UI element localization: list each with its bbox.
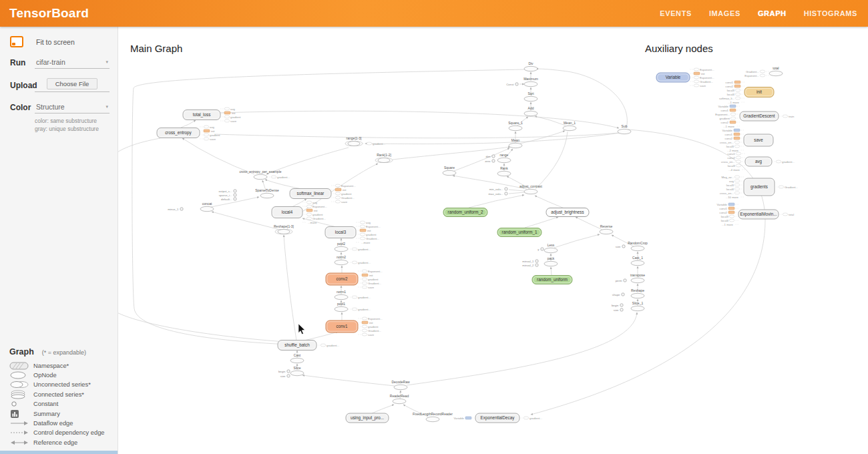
graph-node-variable[interactable]: VariableExponent...initExponent...Gradie… (656, 68, 714, 87)
op-node-less[interactable]: Less (544, 243, 558, 253)
const-node-size[interactable]: size (280, 375, 290, 378)
graph-panel: total_lossavginitgradientsavecross_entro… (118, 27, 868, 454)
op-node-sparsetodense[interactable]: SparseToDense (255, 188, 279, 198)
op-node-norm1[interactable]: norm1gradient... (335, 290, 371, 300)
const-node-begin[interactable]: begin (278, 370, 290, 373)
svg-text:SparseToDense: SparseToDense (255, 188, 279, 192)
const-node-minval-2[interactable]: minval_2 (522, 264, 538, 267)
op-node-norm2[interactable]: norm2gradient... (335, 255, 371, 265)
graph-node-adjust_brightness[interactable]: adjust_brightness (546, 208, 589, 217)
svg-text:size: size (616, 245, 621, 248)
graph-node-avg[interactable]: avggradient...conv1conv2cross_en...local… (721, 152, 795, 172)
op-node-total[interactable]: totalGradient...Exponent... (744, 66, 783, 77)
choose-file-button[interactable]: Choose File (47, 78, 98, 89)
graph-node-save[interactable]: saveVariableconv1conv2cross_en...local3.… (720, 129, 773, 152)
graph-node-init[interactable]: initconv1conv2local3local4softmax_li....… (719, 81, 774, 104)
op-node-sqrt[interactable]: Sqrt (524, 91, 537, 101)
svg-text:Gradient...: Gradient... (312, 217, 326, 220)
svg-text:avg: avg (210, 126, 215, 129)
op-node-cross_entropy_per_example[interactable]: cross_entropy_per_examplegradient... (239, 170, 290, 180)
graph-node-using_input[interactable]: using_input_pro... (346, 413, 389, 423)
op-node-maximum[interactable]: Maximum (523, 77, 538, 87)
op-node-fixedlengthrecordreader[interactable]: FixedLengthRecordReader (413, 412, 453, 422)
const-node-begin[interactable]: begin (612, 304, 623, 307)
const-node-y[interactable]: y (537, 248, 544, 251)
graph-node-total_loss[interactable]: total_lossavginitgradientsave (183, 107, 241, 123)
svg-text:Gradient...: Gradient... (368, 329, 381, 332)
const-node-max-valu-[interactable]: max_valu... (489, 192, 508, 196)
op-node-cast[interactable]: Cast (290, 353, 304, 363)
op-node-decoderaw[interactable]: DecodeRaw (391, 380, 410, 390)
graph-node-local4[interactable]: local4avgExponent...initgradientGradient… (272, 201, 327, 224)
svg-text:...more: ...more (308, 221, 317, 224)
op-node-concat[interactable]: concat (200, 202, 214, 212)
op-node-slice_1[interactable]: Slice_1 (631, 301, 644, 311)
graph-node-exp_decay[interactable]: ExponentialDecaygradient...Variable (454, 413, 543, 423)
fit-to-screen-icon[interactable] (10, 36, 23, 47)
tab-histograms[interactable]: HISTOGRAMS (804, 9, 857, 17)
color-select[interactable]: Structure ▾ (35, 101, 110, 114)
op-node-rank[interactable]: Rank (497, 166, 511, 176)
op-node-add[interactable]: Add (524, 106, 537, 116)
const-node-shape[interactable]: shape (612, 293, 624, 296)
const-node-size[interactable]: size (616, 245, 625, 248)
graph-node-random_uniform_2[interactable]: random_uniform_2 (443, 208, 487, 217)
svg-text:conv1: conv1 (728, 152, 736, 156)
svg-text:gradient: gradient (368, 278, 379, 281)
svg-text:Exponent...: Exponent... (312, 205, 327, 208)
svg-text:Slice_1: Slice_1 (632, 301, 644, 305)
op-node-mean[interactable]: Mean (509, 138, 522, 148)
graph-node-conv2[interactable]: conv2Exponent...initgradientGradient...s… (326, 270, 383, 289)
op-node-cast_1[interactable]: Cast_1 (631, 256, 644, 266)
svg-text:Variable: Variable (718, 105, 729, 108)
tab-images[interactable]: IMAGES (709, 9, 740, 17)
svg-text:Cast: Cast (294, 353, 301, 357)
graph-node-gradients[interactable]: gradientsGradient...Mag_av...avglocal3lo… (720, 176, 798, 199)
const-node-size[interactable]: size (614, 308, 623, 312)
fit-to-screen-label[interactable]: Fit to screen (36, 38, 75, 46)
graph-node-cross_entropy[interactable]: cross_entropyavginitgradientsave (157, 126, 220, 141)
const-node-minus-1[interactable]: minus_1 (168, 208, 183, 211)
op-node-mean_1[interactable]: Mean_1 (563, 121, 576, 131)
const-node-sparse-i-[interactable]: sparse_i... (219, 194, 237, 197)
reference-icon (9, 438, 33, 447)
graph-node-random_uniform_1[interactable]: random_uniform_1 (497, 228, 541, 237)
graph-node-gradient_descent[interactable]: GradientDescenttrainVariableconv1Exponen… (715, 105, 795, 128)
op-node-sub[interactable]: Sub (618, 124, 631, 134)
graph-canvas[interactable]: total_lossavginitgradientsavecross_entro… (118, 27, 868, 454)
svg-text:size: size (614, 308, 619, 312)
run-select[interactable]: cifar-train ▾ (35, 57, 110, 69)
const-node-zero[interactable]: zero (485, 160, 495, 163)
op-node-div[interactable]: Div (524, 61, 537, 71)
svg-text:conv1: conv1 (337, 324, 348, 328)
svg-text:Less: Less (548, 243, 555, 247)
graph-node-conv1[interactable]: conv1Exponent...initgradientGradient...s… (326, 317, 383, 336)
graph-node-softmax_linear[interactable]: softmax_linearExponent...initgradientGra… (290, 184, 356, 204)
op-node-randomcrop[interactable]: RandomCrop (628, 241, 648, 251)
op-node-slice[interactable]: Slice (290, 366, 304, 376)
graph-node-shuffle_batch[interactable]: shuffle_batchgradient... (278, 340, 339, 351)
graph-node-local3[interactable]: local3avgExponent...initgradientGradient… (325, 221, 381, 244)
op-node-pool1[interactable]: pool1gradient... (335, 302, 371, 312)
graph-node-random_uniform[interactable]: random_uniform (532, 276, 572, 284)
const-node-dim[interactable]: dim (486, 155, 495, 158)
svg-text:local3: local3 (721, 215, 729, 218)
const-node-output-s-[interactable]: output_s... (218, 190, 236, 193)
const-node-minval-1[interactable]: minval_1 (522, 260, 538, 263)
op-node-pack[interactable]: pack (544, 256, 558, 266)
const-node-min-valu-[interactable]: min_valu... (489, 188, 507, 191)
const-node-perm[interactable]: perm (616, 279, 626, 282)
op-node-range[interactable]: range (497, 153, 511, 163)
svg-text:total_loss: total_loss (193, 112, 211, 118)
tab-events[interactable]: EVENTS (660, 9, 692, 17)
const-node-default-[interactable]: default... (221, 198, 236, 201)
op-node-readerread[interactable]: ReaderRead (390, 394, 409, 404)
graph-node-exp_moving[interactable]: ExponentialMovin...totalVariableconv1con… (717, 203, 795, 226)
series-node-rank-1-2-[interactable]: Rank[1-2] (375, 153, 393, 163)
const-node-const[interactable]: Const (506, 83, 518, 86)
op-node-square[interactable]: Square (443, 166, 456, 176)
op-node-reshape[interactable]: Reshape (631, 288, 644, 298)
tab-graph[interactable]: GRAPH (758, 9, 787, 17)
op-node-transpose[interactable]: transpose (630, 273, 645, 283)
op-node-square_1[interactable]: Square_1 (508, 121, 523, 131)
